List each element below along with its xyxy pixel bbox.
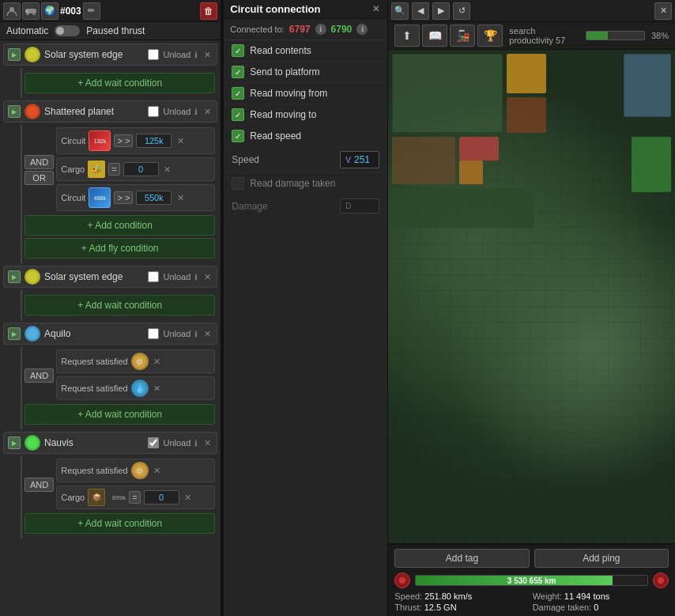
- send-platform-cb[interactable]: ✓: [232, 66, 244, 78]
- remove-cond-2[interactable]: ✕: [175, 192, 186, 203]
- play-btn-2[interactable]: ▶: [8, 105, 21, 118]
- reload-btn[interactable]: ↺: [453, 2, 470, 20]
- speed-value-box[interactable]: V 251: [340, 151, 379, 168]
- circuit-chip-blue-1: 468k: [89, 187, 111, 208]
- add-wait-label-3: + Add wait condition: [77, 300, 162, 311]
- map-block-orange2: [459, 161, 483, 184]
- unload-checkbox-3[interactable]: [148, 271, 159, 282]
- close-right-panel[interactable]: ✕: [654, 2, 672, 20]
- remove-req-4-1[interactable]: ✕: [152, 356, 163, 367]
- read-speed-row: ✓ Read speed: [224, 126, 387, 147]
- or-btn[interactable]: OR: [25, 171, 54, 185]
- svg-point-6: [658, 577, 664, 584]
- add-condition-btn-2[interactable]: + Add condition: [25, 215, 215, 236]
- wire-red-info[interactable]: ℹ: [315, 24, 326, 35]
- conditions-2: AND OR Circuit 132k > > 125k ✕: [21, 125, 217, 263]
- wire-green-info[interactable]: ℹ: [356, 24, 368, 35]
- play-btn-3[interactable]: ▶: [8, 270, 21, 283]
- auto-bar: Automatic Paused thrust: [0, 22, 221, 40]
- nav-map-icon[interactable]: ⬆: [394, 25, 420, 47]
- add-ping-button[interactable]: Add ping: [534, 549, 669, 568]
- value-cargo-1[interactable]: 0: [123, 162, 159, 176]
- read-damage-cb[interactable]: [232, 177, 244, 190]
- unload-info-1[interactable]: ℹ: [194, 51, 198, 59]
- add-fly-btn-2[interactable]: + Add fly condition: [25, 238, 215, 259]
- remove-stop-2[interactable]: ✕: [202, 106, 213, 117]
- logic-btns: AND OR: [25, 155, 54, 185]
- speed-stat: Speed: 251.80 km/s: [394, 591, 530, 601]
- req-icon-4-1: ⚙: [131, 353, 149, 370]
- train-icon: [22, 2, 40, 20]
- remove-cargo-1[interactable]: ✕: [162, 164, 173, 175]
- delete-train-button[interactable]: 🗑: [200, 2, 217, 20]
- prev-btn[interactable]: ◀: [412, 2, 429, 20]
- read-contents-cb[interactable]: ✓: [232, 44, 244, 57]
- req-cond-4-1: Request satisfied ⚙ ✕: [56, 350, 215, 373]
- read-moving-from-row: ✓ Read moving from: [224, 83, 387, 104]
- unload-checkbox-5[interactable]: [148, 437, 159, 448]
- play-btn-5[interactable]: ▶: [8, 436, 21, 449]
- add-wait-btn-4[interactable]: + Add wait condition: [25, 404, 215, 425]
- add-tag-button[interactable]: Add tag: [394, 549, 529, 568]
- aquilo-cond-group: AND Request satisfied ⚙ ✕ Request satisf…: [25, 350, 215, 402]
- and-btn-4[interactable]: AND: [25, 368, 54, 383]
- unload-checkbox-1[interactable]: [148, 49, 159, 60]
- remove-stop-4[interactable]: ✕: [202, 328, 213, 339]
- unload-info-4[interactable]: ℹ: [194, 330, 198, 338]
- conditions-5: AND Request satisfied ⚙ ✕ Cargo 📦 899k: [21, 456, 217, 539]
- value-cargo-5[interactable]: 0: [144, 490, 179, 505]
- planet-icon-solar-1: [25, 47, 40, 62]
- check-1: ✓: [235, 47, 241, 55]
- speed-stat-value: 251.80 km/s: [424, 591, 472, 601]
- check-3: ✓: [235, 89, 241, 98]
- and-btn[interactable]: AND: [25, 155, 54, 169]
- remove-stop-5[interactable]: ✕: [202, 437, 213, 448]
- remove-cargo-5[interactable]: ✕: [183, 492, 194, 503]
- comparator-cargo-1[interactable]: =: [108, 163, 119, 176]
- comparator-cargo-5[interactable]: =: [129, 491, 140, 504]
- auto-toggle[interactable]: [55, 25, 80, 36]
- add-wait-btn-3[interactable]: + Add wait condition: [25, 295, 215, 316]
- read-moving-from-cb[interactable]: ✓: [232, 87, 244, 100]
- remove-stop-1[interactable]: ✕: [202, 49, 213, 60]
- unload-checkbox-4[interactable]: [148, 328, 159, 339]
- add-fly-label-2: + Add fly condition: [81, 243, 159, 254]
- read-moving-to-cb[interactable]: ✓: [232, 108, 244, 121]
- comparator-2[interactable]: > >: [114, 191, 133, 204]
- read-moving-to-label: Read moving to: [250, 109, 316, 120]
- remove-stop-3[interactable]: ✕: [202, 271, 213, 282]
- stop-name-1: Solar system edge: [44, 49, 144, 60]
- search-icon-right[interactable]: 🔍: [391, 2, 409, 20]
- unload-info-3[interactable]: ℹ: [194, 273, 198, 282]
- loco-icon-right: [653, 573, 669, 588]
- top-bar-left: 🌍 #003 ✏ 🗑: [0, 0, 221, 22]
- aquilo-conditions: Request satisfied ⚙ ✕ Request satisfied …: [56, 350, 215, 402]
- stop-2: ▶ Shattered planet Unload ℹ ✕ AND OR: [3, 100, 217, 263]
- cargo-cond-1: Cargo 🐝 = 0 ✕: [56, 157, 215, 181]
- comparator-1[interactable]: > >: [114, 134, 133, 147]
- read-speed-cb[interactable]: ✓: [232, 130, 244, 142]
- play-btn-1[interactable]: ▶: [8, 48, 21, 61]
- unload-checkbox-2[interactable]: [148, 106, 159, 117]
- nav-trophy-icon[interactable]: 🏆: [477, 25, 503, 47]
- damage-row-val: Damage D: [224, 195, 387, 218]
- unload-info-5[interactable]: ℹ: [194, 439, 198, 448]
- productivity-fill: [586, 32, 609, 40]
- remove-cond-1[interactable]: ✕: [175, 135, 186, 146]
- value-box-1[interactable]: 125k: [136, 134, 172, 148]
- next-btn[interactable]: ▶: [432, 2, 450, 20]
- play-btn-4[interactable]: ▶: [8, 327, 21, 340]
- remove-req-4-2[interactable]: ✕: [152, 383, 163, 394]
- and-btn-5[interactable]: AND: [25, 478, 54, 492]
- close-circuit-panel[interactable]: ✕: [370, 4, 381, 15]
- add-wait-btn-5[interactable]: + Add wait condition: [25, 513, 215, 534]
- req-label-4-1: Request satisfied: [61, 357, 127, 366]
- add-wait-btn-1[interactable]: + Add wait condition: [25, 73, 215, 93]
- value-box-2[interactable]: 550k: [136, 191, 172, 205]
- remove-req-5-1[interactable]: ✕: [152, 465, 163, 476]
- nav-book-icon[interactable]: 📖: [422, 25, 447, 47]
- cargo-label-1: Cargo: [61, 164, 85, 174]
- nav-train-icon[interactable]: 🚂: [450, 25, 475, 47]
- edit-icon[interactable]: ✏: [83, 2, 100, 20]
- unload-info-2[interactable]: ℹ: [194, 108, 198, 116]
